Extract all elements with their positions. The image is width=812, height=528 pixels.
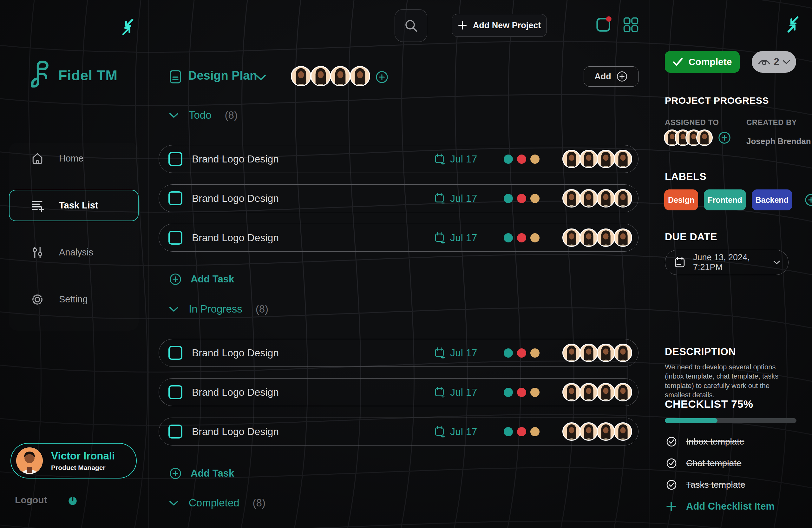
task-status-dots xyxy=(504,233,539,242)
sidebar-item-setting[interactable]: Setting xyxy=(9,284,139,315)
apps-grid-icon[interactable] xyxy=(621,15,640,34)
add-label-icon[interactable] xyxy=(804,193,812,206)
avatar xyxy=(350,66,370,86)
task-row[interactable]: Brand Logo Design Jul 17 xyxy=(159,224,638,252)
add-button[interactable]: Add xyxy=(584,66,638,87)
sidebar-item-home[interactable]: Home xyxy=(9,143,139,174)
assigned-avatars xyxy=(664,129,731,146)
add-member-icon[interactable] xyxy=(375,70,389,84)
gear-icon xyxy=(30,292,44,306)
circle-check-icon[interactable] xyxy=(666,458,677,469)
sidebar-item-task-list[interactable]: Task List xyxy=(9,190,139,221)
avatar xyxy=(562,422,581,441)
task-checkbox[interactable] xyxy=(169,231,183,245)
checklist-item: Chat template xyxy=(666,458,741,469)
status-dot xyxy=(517,427,526,436)
notification-icon[interactable] xyxy=(593,15,612,34)
avatar xyxy=(16,447,43,474)
section-header-in-progress[interactable]: In Progress (8) xyxy=(169,303,269,315)
task-status-dots xyxy=(504,348,539,358)
logout-button[interactable]: Logout xyxy=(15,494,79,506)
created-by-name: Joseph Brendan xyxy=(746,137,811,146)
avatar xyxy=(614,344,632,362)
viewers-dropdown[interactable]: 2 xyxy=(752,51,796,73)
profile-text: Victor Ironali Product Manager xyxy=(51,450,115,472)
collapse-panel-icon[interactable] xyxy=(783,14,803,35)
collapse-sidebar-icon[interactable] xyxy=(117,16,138,38)
add-new-project-button[interactable]: Add New Project xyxy=(452,14,547,37)
avatar xyxy=(330,66,350,86)
avatar xyxy=(597,344,615,362)
circle-plus-icon xyxy=(616,71,628,82)
complete-button[interactable]: Complete xyxy=(665,51,740,73)
checklist-progress-fill xyxy=(665,418,717,423)
status-dot xyxy=(530,427,539,436)
search-button[interactable] xyxy=(395,9,427,42)
avatar xyxy=(597,422,615,441)
task-due-date: Jul 17 xyxy=(450,192,477,204)
label-chip-frontend[interactable]: Frontend xyxy=(704,189,746,210)
chevron-down-icon xyxy=(783,60,790,65)
circle-check-icon[interactable] xyxy=(666,436,677,447)
circle-check-icon[interactable] xyxy=(666,479,677,490)
avatar xyxy=(580,422,598,441)
add-task-button[interactable]: Add Task xyxy=(169,273,234,286)
status-dot xyxy=(530,388,539,397)
add-checklist-item-button[interactable]: Add Checklist Item xyxy=(666,501,774,512)
calendar-icon xyxy=(673,256,686,269)
profile-name: Victor Ironali xyxy=(51,450,115,462)
profile-role: Product Manager xyxy=(51,464,115,472)
task-row[interactable]: Brand Logo Design Jul 17 xyxy=(159,339,638,367)
brand-name: Fidel TM xyxy=(58,67,117,84)
status-dot xyxy=(504,427,513,436)
sidebar-nav: Home Task List Analysis Setting xyxy=(9,143,139,331)
created-by-label: CREATED BY xyxy=(746,118,797,127)
task-checkbox[interactable] xyxy=(169,425,183,439)
description-title: DESCRIPTION xyxy=(665,346,736,358)
task-status-dots xyxy=(504,388,539,397)
task-row[interactable]: Brand Logo Design Jul 17 xyxy=(159,378,638,406)
task-title: Brand Logo Design xyxy=(192,232,434,244)
section-header-todo[interactable]: Todo (8) xyxy=(169,109,237,121)
sidebar-item-analysis[interactable]: Analysis xyxy=(9,237,139,268)
section-name: In Progress xyxy=(189,303,242,315)
checklist-item: Tasks template xyxy=(666,479,745,490)
add-task-button[interactable]: Add Task xyxy=(169,467,234,480)
task-checkbox[interactable] xyxy=(169,191,183,205)
task-assignee-avatars xyxy=(562,189,632,208)
chevron-down-icon xyxy=(169,112,178,118)
chevron-down-icon xyxy=(169,500,178,506)
task-status-dots xyxy=(504,155,539,164)
avatar xyxy=(597,228,615,247)
chevron-down-icon xyxy=(773,260,780,265)
status-dot xyxy=(517,155,526,164)
status-dot xyxy=(504,194,513,203)
task-status-dots xyxy=(504,427,539,436)
project-title[interactable]: Design Plan xyxy=(188,69,257,83)
task-checkbox[interactable] xyxy=(169,152,183,166)
chevron-down-icon[interactable] xyxy=(255,74,266,81)
task-row[interactable]: Brand Logo Design Jul 17 xyxy=(159,417,638,445)
task-row[interactable]: Brand Logo Design Jul 17 xyxy=(159,145,638,173)
task-checkbox[interactable] xyxy=(169,385,183,399)
task-checkbox[interactable] xyxy=(169,346,183,360)
avatar xyxy=(580,344,598,362)
sidebar-item-label: Task List xyxy=(59,200,98,211)
avatar xyxy=(614,383,632,401)
status-dot xyxy=(504,233,513,242)
label-chip-design[interactable]: Design xyxy=(664,189,698,210)
task-due-date: Jul 17 xyxy=(450,153,477,165)
profile-card[interactable]: Victor Ironali Product Manager xyxy=(11,443,137,479)
due-date-picker[interactable]: June 13, 2024, 7:21PM xyxy=(665,250,788,275)
section-header-completed[interactable]: Completed (8) xyxy=(169,497,265,509)
project-member-avatars xyxy=(291,66,370,86)
add-assignee-icon[interactable] xyxy=(718,131,731,144)
section-count: (8) xyxy=(225,109,237,121)
document-icon xyxy=(168,69,183,84)
task-row[interactable]: Brand Logo Design Jul 17 xyxy=(159,184,638,212)
section-count: (8) xyxy=(253,497,265,509)
calendar-add-icon xyxy=(434,347,446,359)
avatar xyxy=(580,383,598,401)
sidebar: Fidel TM Home Task List Analysis Setting xyxy=(0,0,148,528)
label-chip-backend[interactable]: Backend xyxy=(752,189,792,210)
